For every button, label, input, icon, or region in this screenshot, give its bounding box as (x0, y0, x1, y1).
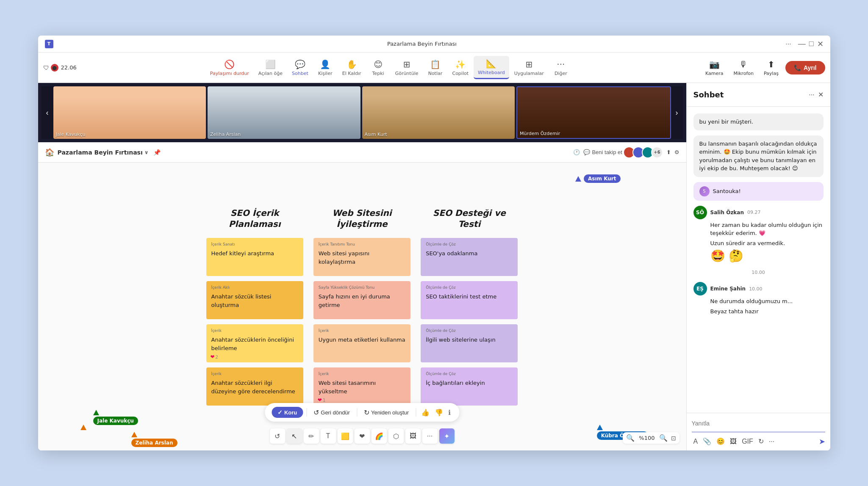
zeliha-name-label: Zeliha Arslan (210, 132, 241, 137)
tool-acilan[interactable]: ⬜ Açılan öğe (254, 57, 287, 79)
ai-create-button[interactable]: ✦ (439, 428, 455, 444)
tool-elkaldır-label: El Kaldır (342, 71, 361, 76)
sticky-note-1-3[interactable]: İçerik Anahtar sözcüklerin önceliğini be… (206, 324, 303, 362)
message-bubble-2: Bu lansmanın başarılı olacağından oldukç… (693, 135, 824, 177)
emoji-reactions: 🤩 🤔 (710, 249, 824, 263)
sticker-button[interactable]: 🖼 (728, 436, 738, 447)
tool-uygulamalar[interactable]: ⊞ Uygulamalar (510, 57, 548, 79)
more-chat-button[interactable]: ··· (767, 436, 776, 447)
camera-icon: 📷 (709, 59, 720, 69)
shape-tool-button[interactable]: ⬡ (388, 428, 404, 444)
share-button[interactable]: ⬆ Paylaş (760, 58, 782, 78)
share-screen-button[interactable]: ⬆ (666, 149, 671, 155)
sticky-note-2-4[interactable]: İçerik Web sitesi tasarımını yükseltme ❤… (313, 367, 410, 406)
video-strip: ‹ Jale Kavukçu Zeliha Arslan Asım Kurt (38, 83, 686, 142)
mic-button[interactable]: 🎙 Mikrofon (730, 58, 757, 78)
tool-diger[interactable]: ··· Diğer (549, 57, 573, 79)
sticky-note-1-4[interactable]: İçerik Anahtar sözcükleri ilgi düzeyine … (206, 367, 303, 406)
share-label: Paylaş (764, 71, 779, 76)
cursor-zeliha: Zeliha Arslan (131, 432, 177, 447)
copilot-tool-button[interactable]: 🌈 (372, 428, 387, 444)
note-text: SEO taktiklerini test etme (426, 293, 496, 300)
zoom-fit-button[interactable]: ⊡ (671, 435, 676, 442)
yeniden-olustur-label: Yeniden oluştur (371, 409, 409, 416)
tool-copilot[interactable]: ✨ Copilot (448, 57, 473, 79)
main-toolbar: 🛡 ● 22.06 🚫 Paylaşımı durdur ⬜ Açılan öğ… (38, 52, 830, 83)
cursor-arrow-jale (93, 410, 99, 415)
sticky-note-3-3[interactable]: Ölçümle de Çöz İlgili web sitelerine ula… (421, 324, 518, 362)
sticky-note-1-2[interactable]: İçerik Aklı Anahtar sözcük listesi oluşt… (206, 281, 303, 319)
history-button[interactable]: 🕐 (573, 149, 580, 155)
more-tools-button[interactable]: ··· (422, 428, 438, 444)
chat-more-button[interactable]: ··· (809, 91, 814, 99)
zoom-out-button[interactable]: 🔍 (626, 434, 635, 442)
geri-dondur-label: Geri döndür (321, 409, 350, 416)
attach-button[interactable]: 📎 (701, 436, 713, 447)
chat-input-actions: A 📎 😊 🖼 GIF ↻ ··· ➤ (692, 432, 825, 447)
sticky-note-3-2[interactable]: Ölçümle de Çöz SEO taktiklerini test etm… (421, 281, 518, 319)
chevron-down-icon[interactable]: ∨ (144, 149, 149, 155)
sticky-note-3-4[interactable]: Ölçümle de Çöz İç bağlantıları ekleyin (421, 367, 518, 406)
maximize-button[interactable]: □ (809, 39, 814, 49)
camera-button[interactable]: 📷 Kamera (702, 58, 727, 78)
ai-divider-2 (357, 408, 357, 417)
note-label: Sayfa Yükseklik Çözümü Tonu (319, 285, 405, 290)
participants-extra-count[interactable]: +6 (651, 146, 663, 158)
thumbs-up-button[interactable]: 👍 (419, 408, 431, 417)
text-tool-button[interactable]: T (321, 428, 336, 444)
minimize-button[interactable]: — (798, 39, 806, 49)
geri-dondur-button[interactable]: ↺ Geri döndür (310, 407, 353, 418)
tool-sohbet[interactable]: 💬 Sohbet (288, 57, 313, 79)
undo-wb-button[interactable]: ↺ (270, 428, 285, 444)
chat-close-button[interactable]: ✕ (818, 91, 824, 99)
tool-whiteboard[interactable]: 📐 Whiteboard (474, 56, 509, 79)
emoji-button[interactable]: 😊 (715, 436, 727, 447)
koru-button[interactable]: ✓ Koru (272, 407, 303, 418)
sticky-note-2-1[interactable]: İçerik Tanıtımı Tonu Web sitesi yapısını… (313, 238, 410, 276)
nav-actions: 🕐 💬 Beni takip et +6 ⬆ ⚙ (573, 146, 679, 158)
image-tool-button[interactable]: 🖼 (405, 428, 421, 444)
video-thumb-asim: Asım Kurt (362, 86, 515, 139)
tool-elkaldır[interactable]: ✋ El Kaldır (338, 57, 366, 79)
sticky-note-3-1[interactable]: Ölçümle de Çöz SEO'ya odaklanma (421, 238, 518, 276)
tool-notlar[interactable]: 📋 Notlar (423, 57, 447, 79)
cursor-arrow-asim (575, 176, 581, 182)
follow-me-button[interactable]: 💬 Beni takip et (583, 149, 622, 155)
yeniden-olustur-button[interactable]: ↻ Yeniden oluştur (361, 407, 412, 418)
tool-goruntuler[interactable]: ⊞ Görüntüle (391, 57, 423, 79)
loop-button[interactable]: ↻ (757, 436, 765, 447)
mic-label: Mikrofon (733, 71, 754, 76)
home-icon[interactable]: 🏠 (45, 148, 54, 157)
close-button[interactable]: ✕ (817, 39, 824, 49)
tool-paylasim[interactable]: 🚫 Paylaşımı durdur (206, 57, 253, 79)
thumbs-down-button[interactable]: 👎 (433, 408, 445, 417)
chat-input-field[interactable] (692, 417, 825, 430)
settings-button[interactable]: ⚙ (674, 149, 679, 155)
video-prev-button[interactable]: ‹ (42, 86, 53, 139)
app-logo: T (45, 40, 53, 48)
tool-notlar-label: Notlar (428, 71, 443, 76)
note-label: Ölçümle de Çöz (426, 242, 513, 246)
video-next-button[interactable]: › (671, 86, 683, 139)
leave-button[interactable]: 📞 Ayrıl (785, 61, 825, 75)
select-tool-button[interactable]: ↖ (287, 428, 302, 444)
note-text: İlgili web sitelerine ulaşın (426, 337, 496, 343)
more-options-button[interactable]: ··· (785, 39, 791, 49)
sticky-note-1-1[interactable]: İçerik Sanatı Hedef kitleyi araştırma (206, 238, 303, 276)
zoom-in-button[interactable]: 🔍 (659, 434, 668, 442)
tool-kisiler[interactable]: 👤 Kişiler (313, 57, 337, 79)
emine-time: 10.00 (749, 286, 763, 292)
info-button[interactable]: ℹ (446, 408, 452, 417)
tool-tepki[interactable]: 😊 Tepki (366, 57, 390, 79)
sticky-note-2-3[interactable]: İçerik Uygun meta etiketleri kullanma (313, 324, 410, 362)
pen-tool-button[interactable]: ✏ (304, 428, 319, 444)
gif-button[interactable]: GIF (740, 436, 755, 447)
format-button[interactable]: A (692, 436, 700, 447)
heart-tool-button[interactable]: ❤ (355, 428, 370, 444)
cursor-arrow-zeliha (131, 432, 137, 437)
sticky-tool-button[interactable]: 🟨 (338, 428, 353, 444)
tool-sohbet-label: Sohbet (292, 71, 308, 76)
send-button[interactable]: ➤ (819, 437, 825, 446)
leave-label: Ayrıl (804, 64, 817, 71)
sticky-note-2-2[interactable]: Sayfa Yükseklik Çözümü Tonu Sayfa hızını… (313, 281, 410, 319)
